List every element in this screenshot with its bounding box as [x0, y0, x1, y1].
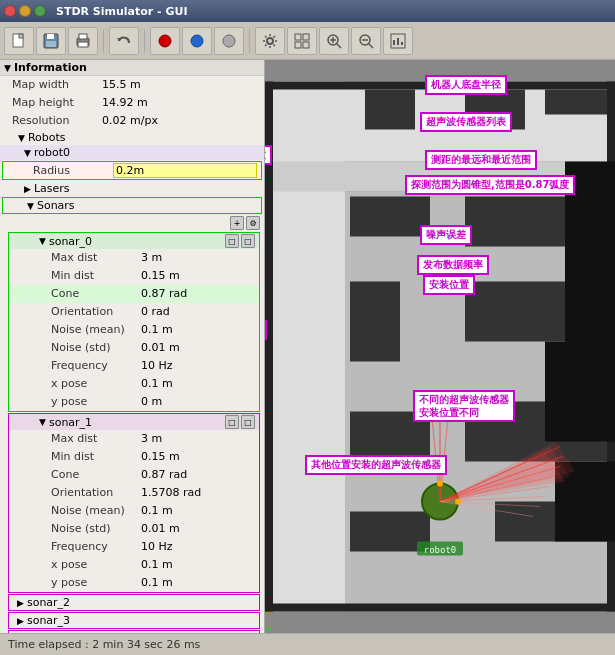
close-button[interactable]	[4, 5, 16, 17]
sonar1-min-dist-label: Min dist	[51, 449, 141, 465]
sonar2-label-row[interactable]: ▶ sonar_2	[9, 595, 259, 610]
sonar0-section: ▼ sonar_0 □ □ Max dist 3 m Min dist 0.15…	[8, 232, 260, 412]
arrow-information: ▼	[4, 63, 11, 73]
svg-line-22	[369, 44, 373, 48]
arrow-sonar3: ▶	[17, 616, 24, 626]
svg-point-66	[437, 481, 443, 487]
sonar3-label: sonar_3	[27, 614, 70, 627]
sonar0-item[interactable]: ▼ sonar_0 □ □	[9, 233, 259, 249]
svg-rect-39	[545, 90, 607, 115]
separator1	[103, 29, 104, 53]
minimize-button[interactable]	[19, 5, 31, 17]
sonar0-cone-row: Cone 0.87 rad	[9, 285, 259, 303]
sonar3-item[interactable]: ▶ sonar_3	[8, 612, 260, 629]
sonar1-min-dist-row: Min dist 0.15 m	[9, 448, 259, 466]
toolbar-zoom-out[interactable]	[351, 27, 381, 55]
sonar1-label: sonar_1	[49, 416, 92, 429]
sonar1-x-pose-row: x pose 0.1 m	[9, 556, 259, 574]
svg-rect-7	[78, 42, 88, 47]
annotation-left-pos: 左侧位置	[265, 320, 267, 340]
toolbar-dot-gray[interactable]	[214, 27, 244, 55]
sonar0-frequency-label: Frequency	[51, 358, 141, 374]
sonar2-item[interactable]: ▶ sonar_2	[8, 594, 260, 611]
toolbar-print[interactable]	[68, 27, 98, 55]
sonar0-orientation-row: Orientation 0 rad	[9, 303, 259, 321]
sonar4-item[interactable]: ▶ sonar_4	[8, 630, 260, 633]
sonar1-cone-row: Cone 0.87 rad	[9, 466, 259, 484]
map-height-label: Map height	[12, 95, 102, 111]
sonar0-orientation-label: Orientation	[51, 304, 141, 320]
maximize-button[interactable]	[34, 5, 46, 17]
sonar0-min-dist-row: Min dist 0.15 m	[9, 267, 259, 285]
annotation-install: 安装位置	[423, 275, 475, 295]
map-width-label: Map width	[12, 77, 102, 93]
sonar0-y-pose-value: 0 m	[141, 394, 255, 410]
robots-item[interactable]: ▼ Robots	[0, 130, 264, 145]
toolbar-chart[interactable]	[383, 27, 413, 55]
svg-rect-36	[265, 604, 615, 612]
sonars-label: Sonars	[37, 199, 75, 212]
svg-rect-37	[365, 90, 415, 130]
sonar1-icon2[interactable]: □	[241, 415, 255, 429]
sonar1-max-dist-row: Max dist 3 m	[9, 430, 259, 448]
svg-line-18	[337, 44, 341, 48]
sonar0-y-pose-label: y pose	[51, 394, 141, 410]
svg-rect-42	[350, 282, 400, 362]
sonar0-max-dist-label: Max dist	[51, 250, 141, 266]
sonar0-cone-value: 0.87 rad	[141, 286, 255, 302]
lasers-item[interactable]: ▶ Lasers	[0, 181, 264, 196]
toolbar-undo[interactable]	[109, 27, 139, 55]
sonar1-noise-std-row: Noise (std) 0.01 m	[9, 520, 259, 538]
annotation-front-pos: 正前方位置	[265, 145, 272, 165]
statusbar: Time elapsed : 2 min 34 sec 26 ms	[0, 633, 615, 655]
svg-rect-3	[47, 34, 54, 39]
map-height-value: 14.92 m	[102, 95, 260, 111]
titlebar: STDR Simulator - GUI	[0, 0, 615, 22]
annotation-robot-radius: 机器人底盘半径	[425, 75, 507, 95]
map-width-row: Map width 15.5 m	[0, 76, 264, 94]
radius-label: Radius	[33, 164, 113, 177]
arrow-sonars: ▼	[27, 201, 34, 211]
annotation-freq: 发布数据频率	[417, 255, 489, 275]
robot0-item[interactable]: ▼ robot0	[0, 145, 264, 160]
left-panel[interactable]: ▼ Information Map width 15.5 m Map heigh…	[0, 60, 265, 633]
robots-label: Robots	[28, 131, 66, 144]
sonar1-icon1[interactable]: □	[225, 415, 239, 429]
sonar3-label-row[interactable]: ▶ sonar_3	[9, 613, 259, 628]
map-height-row: Map height 14.92 m	[0, 94, 264, 112]
sonar0-icon1[interactable]: □	[225, 234, 239, 248]
annotation-sonar-list: 超声波传感器列表	[420, 112, 512, 132]
information-header[interactable]: ▼ Information	[0, 60, 264, 76]
sonar0-noise-std-value: 0.01 m	[141, 340, 255, 356]
sonars-item[interactable]: ▼ Sonars	[2, 197, 262, 214]
toolbar-grid[interactable]	[287, 27, 317, 55]
annotation-other-sonars: 其他位置安装的超声波传感器	[305, 455, 447, 475]
sonar1-y-pose-value: 0.1 m	[141, 575, 255, 591]
sonar0-y-pose-row: y pose 0 m	[9, 393, 259, 411]
sonar-add-icon[interactable]: +	[230, 216, 244, 230]
toolbar-save[interactable]	[36, 27, 66, 55]
sonar1-item[interactable]: ▼ sonar_1 □ □	[9, 414, 259, 430]
radius-value[interactable]: 0.2m	[113, 163, 257, 178]
toolbar-new[interactable]	[4, 27, 34, 55]
sonar4-label-row[interactable]: ▶ sonar_4	[9, 631, 259, 633]
toolbar-settings[interactable]	[255, 27, 285, 55]
toolbar-record[interactable]	[150, 27, 180, 55]
sonar1-cone-value: 0.87 rad	[141, 467, 255, 483]
sonar-icons-row: + ⚙	[0, 215, 264, 231]
sonar0-max-dist-value: 3 m	[141, 250, 255, 266]
sonar-settings-icon[interactable]: ⚙	[246, 216, 260, 230]
toolbar	[0, 22, 615, 60]
toolbar-zoom-in[interactable]	[319, 27, 349, 55]
sonar1-orientation-label: Orientation	[51, 485, 141, 501]
window-controls[interactable]	[4, 5, 46, 17]
sonar1-orientation-value: 1.5708 rad	[141, 485, 255, 501]
sonar1-x-pose-label: x pose	[51, 557, 141, 573]
sonar0-x-pose-value: 0.1 m	[141, 376, 255, 392]
sonar0-noise-std-label: Noise (std)	[51, 340, 141, 356]
svg-rect-1	[19, 34, 23, 38]
toolbar-dot-blue[interactable]	[182, 27, 212, 55]
sonar0-icon2[interactable]: □	[241, 234, 255, 248]
resolution-label: Resolution	[12, 113, 102, 129]
sonar0-noise-mean-value: 0.1 m	[141, 322, 255, 338]
